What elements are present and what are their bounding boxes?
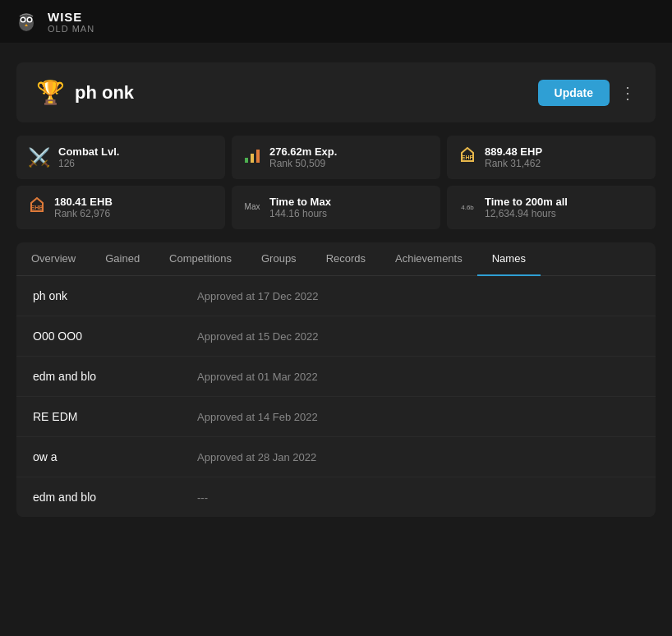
player-name: ph onk <box>75 82 134 104</box>
tabs-bar: Overview Gained Competitions Groups Reco… <box>16 242 656 276</box>
exp-sub: Rank 50,509 <box>269 158 337 169</box>
exp-label: 276.62m Exp. <box>269 145 337 158</box>
names-row: RE EDM Approved at 14 Feb 2022 <box>16 397 656 437</box>
trophy-icon: 🏆 <box>36 79 65 106</box>
ehp-icon: EHP <box>458 146 476 169</box>
app-title-block: WISE OLD MAN <box>48 10 94 34</box>
time-200m-icon: 4.6b <box>458 196 476 219</box>
ehp-label: 889.48 EHP <box>485 145 542 158</box>
app-sub: OLD MAN <box>48 24 94 34</box>
time-max-icon: Max <box>243 196 261 219</box>
stat-time-200m: 4.6b Time to 200m all 12,634.94 hours <box>447 186 656 229</box>
names-row: O00 OO0 Approved at 15 Dec 2022 <box>16 316 656 357</box>
ehb-icon: EHB <box>28 196 46 219</box>
names-row: edm and blo Approved at 01 Mar 2022 <box>16 357 656 397</box>
tab-competitions[interactable]: Competitions <box>154 242 246 276</box>
name-date: Approved at 14 Feb 2022 <box>197 411 318 423</box>
app-name: WISE <box>48 10 94 24</box>
more-options-button[interactable]: ⋮ <box>619 85 636 101</box>
name-date: Approved at 28 Jan 2022 <box>197 451 316 463</box>
name-value: ph onk <box>33 289 197 302</box>
names-row: ow a Approved at 28 Jan 2022 <box>16 437 656 477</box>
stat-ehp: EHP 889.48 EHP Rank 31,462 <box>447 136 656 179</box>
svg-point-0 <box>19 15 34 31</box>
tab-gained[interactable]: Gained <box>90 242 154 276</box>
name-date: Approved at 15 Dec 2022 <box>197 330 318 343</box>
stat-time-max: Max Time to Max 144.16 hours <box>232 186 440 229</box>
names-table: ph onk Approved at 17 Dec 2022 O00 OO0 A… <box>16 276 656 517</box>
tabs-and-content: Overview Gained Competitions Groups Reco… <box>16 242 656 517</box>
names-row: edm and blo --- <box>16 477 656 517</box>
svg-rect-8 <box>256 150 260 163</box>
name-date: Approved at 01 Mar 2022 <box>197 371 318 383</box>
svg-text:EHP: EHP <box>462 154 474 160</box>
name-value: edm and blo <box>33 491 197 504</box>
svg-text:Max: Max <box>245 202 260 211</box>
main-content: 🏆 ph onk Update ⋮ ⚔️ Combat Lvl. 126 <box>0 43 672 537</box>
time-max-label: Time to Max <box>269 196 331 208</box>
name-value: O00 OO0 <box>33 330 197 343</box>
app-logo <box>13 8 39 35</box>
time-200m-label: Time to 200m all <box>485 196 568 208</box>
time-200m-sub: 12,634.94 hours <box>485 208 568 219</box>
name-value: ow a <box>33 450 197 463</box>
svg-point-3 <box>21 18 25 21</box>
tab-names[interactable]: Names <box>477 242 541 276</box>
player-card: 🏆 ph onk Update ⋮ <box>16 62 656 122</box>
ehb-label: 180.41 EHB <box>54 196 113 208</box>
tab-achievements[interactable]: Achievements <box>380 242 477 276</box>
name-date: Approved at 17 Dec 2022 <box>197 290 318 302</box>
tab-groups[interactable]: Groups <box>246 242 311 276</box>
tab-records[interactable]: Records <box>311 242 380 276</box>
svg-text:4.6b: 4.6b <box>461 204 474 211</box>
names-row: ph onk Approved at 17 Dec 2022 <box>16 276 656 316</box>
stat-combat: ⚔️ Combat Lvl. 126 <box>16 136 225 179</box>
tab-overview[interactable]: Overview <box>16 242 90 276</box>
player-card-right: Update ⋮ <box>538 80 636 106</box>
player-card-left: 🏆 ph onk <box>36 79 134 106</box>
combat-sub: 126 <box>58 158 119 169</box>
combat-label: Combat Lvl. <box>58 145 119 158</box>
name-value: edm and blo <box>33 370 197 383</box>
svg-text:EHB: EHB <box>31 205 44 210</box>
stat-ehb: EHB 180.41 EHB Rank 62,976 <box>16 186 225 229</box>
time-max-sub: 144.16 hours <box>269 208 331 219</box>
stat-exp: 276.62m Exp. Rank 50,509 <box>232 136 440 179</box>
name-date: --- <box>197 491 208 504</box>
svg-rect-6 <box>245 158 248 163</box>
exp-icon <box>243 146 261 169</box>
ehb-sub: Rank 62,976 <box>54 208 113 219</box>
update-button[interactable]: Update <box>538 80 610 106</box>
svg-rect-7 <box>251 154 254 163</box>
ehp-sub: Rank 31,462 <box>485 158 542 169</box>
stats-grid: ⚔️ Combat Lvl. 126 276.62m Exp. Rank 50,… <box>16 136 656 229</box>
svg-point-4 <box>28 18 31 21</box>
topnav: WISE OLD MAN <box>0 0 672 43</box>
name-value: RE EDM <box>33 410 197 423</box>
combat-icon: ⚔️ <box>28 147 50 168</box>
